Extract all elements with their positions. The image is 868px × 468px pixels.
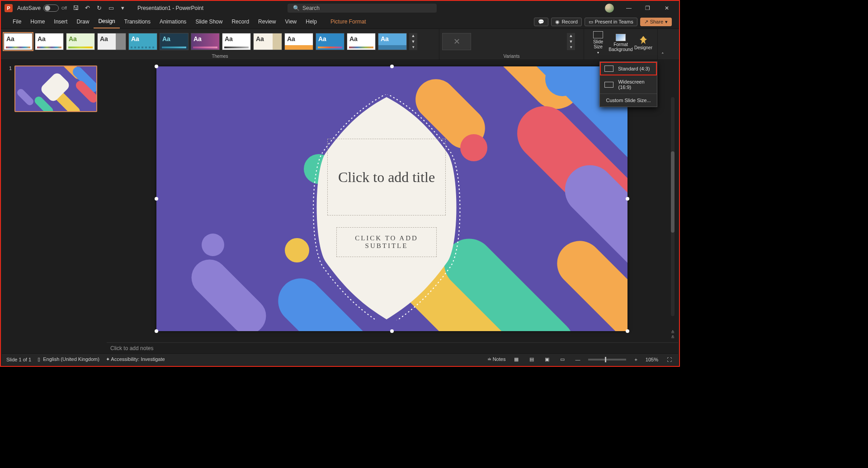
workspace: 1 [2, 61, 678, 353]
minimize-button[interactable]: — [620, 2, 637, 14]
tab-design[interactable]: Design [94, 15, 119, 28]
themes-scroll[interactable]: ▲▼▾ [409, 33, 417, 50]
tab-record[interactable]: Record [227, 15, 254, 28]
search-input[interactable]: 🔍 Search [288, 4, 437, 13]
status-bar: Slide 1 of 1 ▯ English (United Kingdom) … [2, 353, 678, 365]
record-button[interactable]: ◉ Record [551, 18, 581, 26]
document-title: Presentation1 - PowerPoint [137, 5, 203, 11]
slide-size-icon [593, 31, 603, 38]
format-background-button[interactable]: Format Background [609, 31, 632, 55]
close-button[interactable]: ✕ [658, 2, 675, 14]
tab-animations[interactable]: Animations [155, 15, 191, 28]
ribbon: Aa Aa Aa Aa Aa Aa Aa Aa Aa Aa Aa Aa Aa ▲… [1, 28, 679, 60]
tab-draw[interactable]: Draw [72, 15, 94, 28]
ribbon-tabs: File Home Insert Draw Design Transitions… [1, 15, 679, 28]
save-icon[interactable]: 🖫 [71, 4, 80, 13]
tab-insert[interactable]: Insert [49, 15, 72, 28]
sorter-view-icon[interactable]: ▤ [527, 356, 536, 363]
status-slide-count[interactable]: Slide 1 of 1 [6, 357, 31, 362]
autosave-label: AutoSave [17, 5, 41, 11]
reading-view-icon[interactable]: ▣ [542, 356, 552, 363]
tab-review[interactable]: Review [254, 15, 280, 28]
title-bar: P AutoSave Off 🖫 ↶ ↻ ▭ ▾ Presentation1 -… [1, 1, 679, 15]
theme-thumb[interactable]: Aa [97, 33, 126, 50]
tab-home[interactable]: Home [26, 15, 49, 28]
theme-thumb[interactable]: Aa [347, 33, 376, 50]
undo-icon[interactable]: ↶ [83, 4, 92, 13]
slide-size-button[interactable]: Slide Size▾ [587, 31, 609, 55]
tab-picture-format[interactable]: Picture Format [326, 15, 371, 28]
toggle-off-icon[interactable] [43, 5, 59, 12]
prev-slide-icon[interactable]: ≙ [671, 330, 675, 335]
theme-thumb[interactable]: Aa [378, 33, 407, 50]
slide-editor: Click to add title CLICK TO ADD SUBTITLE… [107, 61, 678, 353]
redo-icon[interactable]: ↻ [95, 4, 104, 13]
selection-handle[interactable] [390, 65, 394, 68]
slide-canvas[interactable]: Click to add title CLICK TO ADD SUBTITLE [156, 66, 627, 331]
tab-file[interactable]: File [8, 15, 26, 28]
thumb-index: 1 [9, 66, 12, 71]
collapse-ribbon-button[interactable]: ˄ [658, 29, 668, 60]
maximize-button[interactable]: ❐ [639, 2, 656, 14]
selection-handle[interactable] [155, 329, 158, 333]
selection-handle[interactable] [626, 329, 629, 333]
variants-label: Variants [439, 54, 584, 60]
theme-thumb[interactable]: Aa [35, 33, 64, 50]
present-in-teams-button[interactable]: ▭ Present in Teams [585, 18, 637, 26]
slide-size-custom[interactable]: Custom Slide Size... [600, 94, 657, 107]
selection-handle[interactable] [155, 65, 158, 68]
scrollbar-thumb[interactable] [671, 151, 675, 233]
designer-icon [640, 36, 647, 44]
selection-handle[interactable] [626, 197, 629, 201]
theme-thumb[interactable]: Aa [222, 33, 251, 50]
vertical-scrollbar[interactable]: ≙ ≚ [668, 66, 677, 340]
title-placeholder[interactable]: Click to add title [327, 139, 446, 215]
notes-placeholder: Click to add notes [110, 345, 153, 351]
slide-thumbnail-1[interactable] [14, 66, 97, 112]
normal-view-icon[interactable]: ▦ [512, 356, 521, 363]
customize-qat-icon[interactable]: ▾ [118, 4, 127, 13]
status-lang[interactable]: ▯ English (United Kingdom) [38, 356, 99, 362]
from-beginning-icon[interactable]: ▭ [107, 4, 116, 13]
theme-thumb[interactable]: Aa [316, 33, 344, 50]
slideshow-view-icon[interactable]: ▭ [558, 356, 567, 363]
zoom-slider[interactable] [588, 359, 626, 360]
subtitle-placeholder[interactable]: CLICK TO ADD SUBTITLE [336, 227, 437, 257]
tab-view[interactable]: View [280, 15, 301, 28]
quick-access-toolbar: 🖫 ↶ ↻ ▭ ▾ [71, 4, 127, 13]
tab-slide-show[interactable]: Slide Show [191, 15, 227, 28]
autosave-state: Off [61, 6, 67, 10]
theme-thumb[interactable]: Aa [160, 33, 189, 50]
variants-scroll[interactable]: ▲▼▾ [567, 33, 575, 50]
theme-thumb[interactable]: Aa [128, 33, 157, 50]
theme-thumb[interactable]: Aa [66, 33, 95, 50]
slide-size-widescreen[interactable]: Widescreen (16:9) [600, 75, 657, 94]
fit-to-window-icon[interactable]: ⛶ [665, 356, 674, 363]
search-placeholder: Search [302, 5, 320, 11]
user-avatar[interactable] [605, 4, 614, 13]
theme-thumb[interactable]: Aa [191, 33, 220, 50]
selection-handle[interactable] [390, 329, 394, 333]
selection-handle[interactable] [155, 197, 158, 201]
status-accessibility[interactable]: ✦ Accessibility: Investigate [106, 356, 165, 362]
variant-thumb[interactable]: ✕ [442, 33, 471, 50]
theme-thumb[interactable]: Aa [253, 33, 282, 50]
slide-thumbnail-panel: 1 [2, 61, 107, 353]
format-background-icon [616, 34, 626, 41]
slide-selection[interactable]: Click to add title CLICK TO ADD SUBTITLE [156, 66, 627, 331]
share-button[interactable]: ↗ Share ▾ [640, 18, 672, 26]
notes-pane[interactable]: Click to add notes [107, 342, 678, 353]
ratio-4-3-icon [604, 66, 613, 72]
tab-transitions[interactable]: Transitions [120, 15, 155, 28]
slide-size-standard[interactable]: Standard (4:3) [600, 62, 657, 75]
autosave-toggle[interactable]: AutoSave Off [17, 5, 67, 12]
zoom-level[interactable]: 105% [646, 357, 658, 362]
tab-help[interactable]: Help [301, 15, 321, 28]
comments-button[interactable]: 💬 [534, 18, 548, 26]
app-window: { "titlebar": { "autosave_label": "AutoS… [0, 0, 680, 367]
designer-button[interactable]: Designer [632, 31, 655, 55]
theme-thumb[interactable]: Aa [4, 33, 33, 50]
next-slide-icon[interactable]: ≚ [671, 335, 675, 340]
notes-toggle[interactable]: ≐ Notes [487, 356, 506, 362]
theme-thumb[interactable]: Aa [284, 33, 313, 50]
